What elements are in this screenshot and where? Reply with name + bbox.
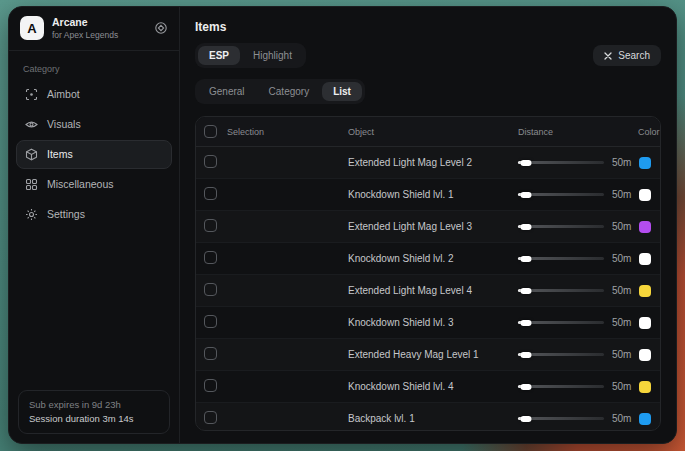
page-title: Items <box>195 20 661 34</box>
object-name: Extended Heavy Mag Level 1 <box>348 349 518 360</box>
sidebar-item-items[interactable]: Items <box>16 140 172 169</box>
object-name: Backpack lvl. 1 <box>348 413 518 424</box>
header-color: Color <box>638 127 661 137</box>
slider-thumb[interactable] <box>520 384 531 390</box>
distance-value: 50m <box>612 221 631 232</box>
row-checkbox[interactable] <box>204 315 217 328</box>
view-tabs: General Category List <box>195 79 365 104</box>
color-swatch[interactable] <box>639 157 651 169</box>
sidebar-item-aimbot[interactable]: Aimbot <box>16 80 172 109</box>
row-checkbox[interactable] <box>204 155 217 168</box>
tab-list[interactable]: List <box>322 82 362 101</box>
tab-esp[interactable]: ESP <box>198 46 240 65</box>
slider-thumb[interactable] <box>520 352 531 358</box>
x-icon <box>604 52 612 60</box>
distance-value: 50m <box>612 349 631 360</box>
object-name: Extended Light Mag Level 3 <box>348 221 518 232</box>
color-swatch[interactable] <box>639 317 651 329</box>
object-name: Knockdown Shield lvl. 4 <box>348 381 518 392</box>
distance-value: 50m <box>612 285 631 296</box>
object-name: Extended Light Mag Level 4 <box>348 285 518 296</box>
color-swatch[interactable] <box>639 189 651 201</box>
object-name: Knockdown Shield lvl. 1 <box>348 189 518 200</box>
row-checkbox[interactable] <box>204 187 217 200</box>
table-row: Extended Heavy Mag Level 1 50m <box>196 339 660 371</box>
mode-tabs: ESP Highlight <box>195 43 306 68</box>
row-checkbox[interactable] <box>204 411 217 424</box>
controls-row: ESP Highlight Search <box>195 43 661 68</box>
tab-general[interactable]: General <box>198 82 256 101</box>
distance-slider[interactable] <box>518 353 604 356</box>
distance-slider[interactable] <box>518 385 604 388</box>
object-name: Knockdown Shield lvl. 2 <box>348 253 518 264</box>
table-row: Knockdown Shield lvl. 4 50m <box>196 371 660 403</box>
items-table: Selection Object Distance Color Extended… <box>195 116 661 431</box>
target-icon[interactable] <box>154 21 168 35</box>
distance-value: 50m <box>612 157 631 168</box>
slider-thumb[interactable] <box>520 192 531 198</box>
distance-slider[interactable] <box>518 257 604 260</box>
color-swatch[interactable] <box>639 349 651 361</box>
color-swatch[interactable] <box>639 285 651 297</box>
sidebar-item-visuals[interactable]: Visuals <box>16 110 172 139</box>
table-row: Knockdown Shield lvl. 1 50m <box>196 179 660 211</box>
distance-slider[interactable] <box>518 289 604 292</box>
session-info-box: Sub expires in 9d 23h Session duration 3… <box>18 390 170 435</box>
slider-thumb[interactable] <box>520 320 531 326</box>
sidebar-item-miscellaneous[interactable]: Miscellaneous <box>16 170 172 199</box>
distance-slider[interactable] <box>518 321 604 324</box>
sub-expires-text: Sub expires in 9d 23h <box>29 398 159 412</box>
table-row: Extended Light Mag Level 4 50m <box>196 275 660 307</box>
sidebar-header: A Arcane for Apex Legends <box>9 7 179 51</box>
table-header: Selection Object Distance Color <box>196 117 660 147</box>
slider-thumb[interactable] <box>520 288 531 294</box>
distance-value: 50m <box>612 317 631 328</box>
row-checkbox[interactable] <box>204 219 217 232</box>
color-swatch[interactable] <box>639 221 651 233</box>
slider-thumb[interactable] <box>520 224 531 230</box>
color-swatch[interactable] <box>639 381 651 393</box>
table-body: Extended Light Mag Level 2 50m Knockdown… <box>196 147 660 431</box>
grid-icon <box>25 178 38 191</box>
select-all-checkbox[interactable] <box>204 125 217 138</box>
table-row: Knockdown Shield lvl. 2 50m <box>196 243 660 275</box>
gear-icon <box>25 208 38 221</box>
session-duration-text: Session duration 3m 14s <box>29 412 159 426</box>
main-content: Items ESP Highlight Search General Categ… <box>180 7 676 443</box>
sidebar-item-settings[interactable]: Settings <box>16 200 172 229</box>
color-swatch[interactable] <box>639 253 651 265</box>
color-swatch[interactable] <box>639 413 651 425</box>
distance-slider[interactable] <box>518 193 604 196</box>
slider-thumb[interactable] <box>520 416 531 422</box>
search-button[interactable]: Search <box>593 45 661 66</box>
row-checkbox[interactable] <box>204 347 217 360</box>
tab-category[interactable]: Category <box>258 82 321 101</box>
slider-thumb[interactable] <box>520 160 531 166</box>
row-checkbox[interactable] <box>204 379 217 392</box>
app-window: A Arcane for Apex Legends Category Aimbo… <box>8 6 677 444</box>
sidebar-section-label: Category <box>23 64 165 74</box>
distance-value: 50m <box>612 253 631 264</box>
table-row: Extended Light Mag Level 2 50m <box>196 147 660 179</box>
row-checkbox[interactable] <box>204 251 217 264</box>
distance-value: 50m <box>612 413 631 424</box>
table-row: Backpack lvl. 1 50m <box>196 403 660 431</box>
slider-thumb[interactable] <box>520 256 531 262</box>
tab-highlight[interactable]: Highlight <box>242 46 303 65</box>
distance-slider[interactable] <box>518 417 604 420</box>
distance-value: 50m <box>612 381 631 392</box>
sidebar: A Arcane for Apex Legends Category Aimbo… <box>9 7 180 443</box>
sidebar-nav: Aimbot Visuals Items Miscellaneous Setti… <box>9 79 179 230</box>
header-distance: Distance <box>518 127 638 137</box>
search-button-label: Search <box>618 50 650 61</box>
header-selection: Selection <box>227 127 264 137</box>
app-subtitle: for Apex Legends <box>52 30 146 41</box>
row-checkbox[interactable] <box>204 283 217 296</box>
object-name: Extended Light Mag Level 2 <box>348 157 518 168</box>
app-logo: A <box>20 16 44 40</box>
distance-slider[interactable] <box>518 225 604 228</box>
crosshair-icon <box>25 88 38 101</box>
table-row: Knockdown Shield lvl. 3 50m <box>196 307 660 339</box>
box-icon <box>25 148 38 161</box>
distance-slider[interactable] <box>518 161 604 164</box>
